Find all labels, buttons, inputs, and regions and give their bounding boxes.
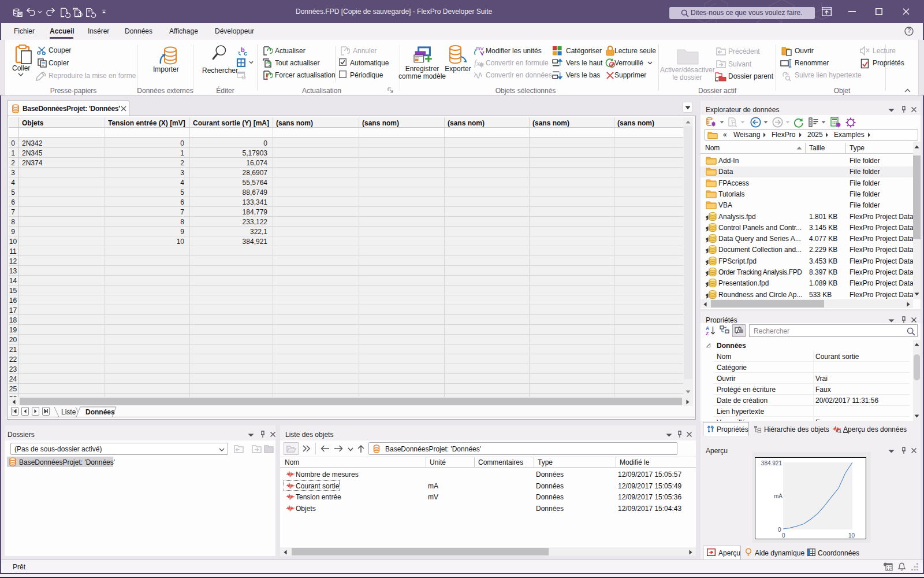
svg-text:?: ? xyxy=(907,28,911,34)
svg-text:fx: fx xyxy=(474,59,480,68)
svg-text:mV: mV xyxy=(476,46,484,51)
svg-text:c: c xyxy=(244,50,247,57)
